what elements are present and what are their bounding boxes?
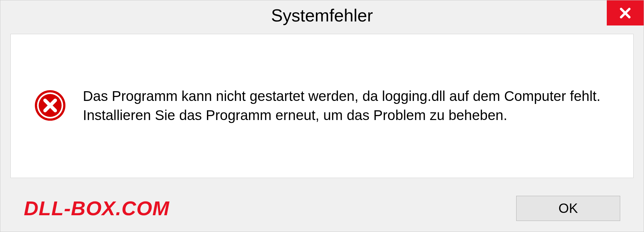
- error-dialog: Systemfehler Das Programm kann nicht ges…: [0, 0, 644, 232]
- error-message: Das Programm kann nicht gestartet werden…: [83, 87, 610, 125]
- watermark-text: DLL-BOX.COM: [24, 197, 169, 220]
- content-area: Das Programm kann nicht gestartet werden…: [10, 34, 634, 178]
- close-icon: [618, 6, 632, 20]
- close-button[interactable]: [607, 0, 644, 25]
- error-icon: [34, 90, 66, 123]
- ok-button[interactable]: OK: [516, 196, 620, 221]
- title-bar: Systemfehler: [0, 0, 644, 31]
- dialog-footer: DLL-BOX.COM OK: [0, 185, 644, 232]
- dialog-title: Systemfehler: [271, 5, 373, 25]
